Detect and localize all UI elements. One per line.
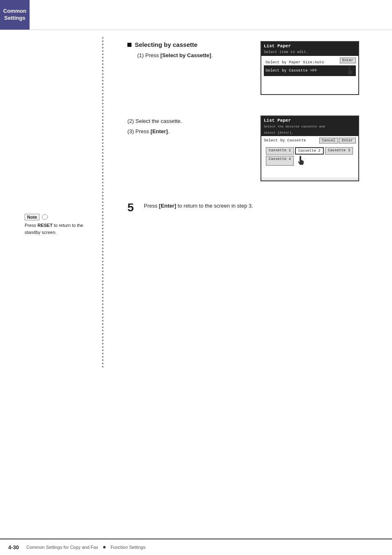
footer: 4-30 Common Settings for Copy and Fax Fu…	[0, 539, 392, 555]
header-tab-text: Common Settings	[3, 8, 26, 22]
screen1-row2-selected: Select by Cassette >FF	[264, 65, 356, 76]
header-line	[0, 30, 392, 30]
step5-number: 5	[127, 202, 137, 213]
note-bold: RESET	[37, 223, 53, 228]
step3-prefix: (3) Press	[127, 128, 150, 134]
footer-page-number: 4-30	[8, 544, 19, 550]
screen2-row1: Select by Cassette	[264, 138, 306, 143]
cassette2-btn: Cassette 2	[295, 147, 324, 155]
step3-text: (3) Press [Enter].	[127, 127, 248, 136]
header-tab: Common Settings	[0, 0, 30, 30]
footer-bullet-icon	[103, 546, 106, 548]
section-selecting-by-cassette: Selecting by cassette (1) Press [Select …	[127, 41, 359, 95]
screen2-enter-btn: Enter	[339, 138, 356, 143]
cassette1-btn: Cassette 1	[266, 147, 294, 155]
main-content: Selecting by cassette (1) Press [Select …	[0, 33, 392, 238]
step1-suffix: .	[211, 52, 213, 58]
hand-cursor2-icon	[297, 156, 306, 166]
screen2-body: Select by Cassette Cancel Enter Cassette…	[261, 136, 358, 178]
section1-title: Selecting by cassette	[127, 41, 248, 48]
step5-suffix: to return to the screen in step 3.	[176, 203, 253, 209]
screen1-enter-btn: Enter	[340, 58, 356, 63]
step5-prefix: Press	[144, 203, 159, 209]
step3-suffix: .	[168, 128, 169, 134]
step2-prefix: (2) Select the cassette.	[127, 118, 182, 124]
step2-text: (2) Select the cassette.	[127, 117, 248, 126]
step1-prefix: (1) Press	[137, 52, 160, 58]
step5-bold: [Enter]	[159, 203, 176, 209]
section2-text: (2) Select the cassette. (3) Press [Ente…	[127, 116, 248, 136]
step5-section: 5 Press [Enter] to return to the screen …	[127, 202, 359, 213]
screen1-header: List Paper Select item to edit.	[261, 42, 358, 56]
footer-text1: Common Settings for Copy and Fax	[26, 545, 98, 550]
footer-text2: Function Settings	[111, 545, 145, 550]
section1-text: Selecting by cassette (1) Press [Select …	[127, 41, 248, 60]
note-prefix: Press	[25, 223, 37, 228]
step1-bold: [Select by Cassette]	[160, 52, 211, 58]
screen2-cancel-btn: Cancel	[319, 138, 338, 143]
screen2-mockup: List Paper Select the desired cassette a…	[261, 116, 359, 181]
cassette3-btn: Cassette 3	[325, 147, 353, 155]
step3-bold: [Enter]	[150, 128, 168, 134]
step5-text: Press [Enter] to return to the screen in…	[144, 202, 253, 210]
cassette-buttons-group: Cassette 1 Cassette 2 Cassette 3 Cassett…	[264, 145, 356, 168]
note-circle-icon	[42, 214, 48, 220]
section-steps-2-3: (2) Select the cassette. (3) Press [Ente…	[127, 116, 359, 181]
step1-text: (1) Press [Select by Cassette].	[137, 51, 248, 60]
note-label: Note	[25, 214, 48, 220]
hand-cursor-icon	[346, 66, 354, 75]
screen1-body: Enter Select by Paper Size:Auto Select b…	[261, 56, 358, 94]
bullet-square-icon	[127, 43, 131, 47]
screen2-header: List Paper Select the desired cassette a…	[261, 116, 358, 136]
note-text: Press RESET to return to the standby scr…	[25, 222, 90, 236]
cassette4-btn: Cassette 4	[266, 156, 294, 166]
note-box: Note Press RESET to return to the standb…	[25, 214, 90, 236]
screen1-mockup: List Paper Select item to edit. Enter Se…	[261, 41, 359, 95]
